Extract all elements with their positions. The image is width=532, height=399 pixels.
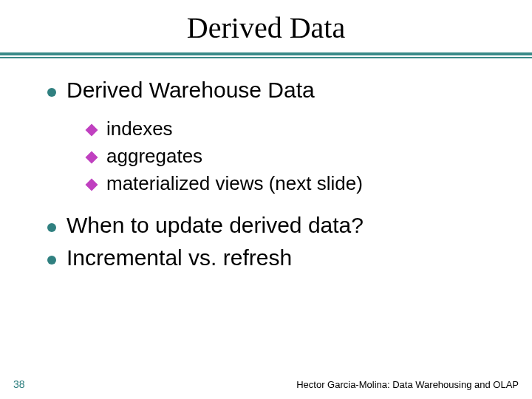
bullet-text: When to update derived data?	[66, 213, 364, 238]
sub-bullet-item: indexes	[87, 117, 532, 140]
bullet-item: Incremental vs. refresh	[47, 245, 532, 270]
title-area: Derived Data	[0, 0, 532, 45]
sub-bullet-text: materialized views (next slide)	[106, 172, 363, 195]
disc-bullet-icon	[47, 88, 56, 97]
sub-bullet-item: materialized views (next slide)	[87, 172, 532, 195]
slide-body: Derived Warehouse Data indexes aggregate…	[0, 58, 532, 270]
footer-credit: Hector Garcia-Molina: Data Warehousing a…	[296, 379, 519, 390]
bullet-text: Derived Warehouse Data	[66, 78, 315, 103]
sub-bullet-text: aggregates	[106, 145, 202, 168]
diamond-bullet-icon	[86, 178, 98, 191]
slide-title: Derived Data	[0, 10, 532, 45]
page-number: 38	[13, 378, 25, 390]
diamond-bullet-icon	[86, 151, 98, 163]
bullet-text: Incremental vs. refresh	[66, 245, 292, 270]
disc-bullet-icon	[47, 223, 56, 232]
title-divider	[0, 52, 532, 58]
sub-bullet-item: aggregates	[87, 145, 532, 168]
bullet-item: When to update derived data?	[47, 213, 532, 238]
slide-footer: 38 Hector Garcia-Molina: Data Warehousin…	[0, 378, 532, 390]
sub-bullet-text: indexes	[106, 117, 173, 140]
sub-bullet-list: indexes aggregates materialized views (n…	[47, 110, 532, 213]
disc-bullet-icon	[47, 256, 56, 265]
bullet-item: Derived Warehouse Data	[47, 78, 532, 103]
diamond-bullet-icon	[86, 123, 98, 136]
